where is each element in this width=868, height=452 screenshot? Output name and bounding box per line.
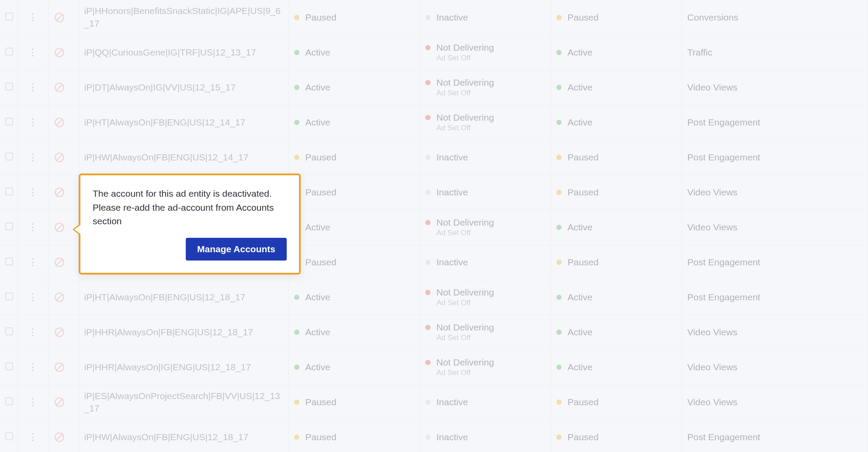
- row-checkbox[interactable]: [5, 188, 13, 195]
- status-dot-icon: [556, 260, 562, 265]
- campaign-name[interactable]: iP|HT|AlwaysOn|FB|ENG|US|12_18_17: [84, 291, 283, 303]
- table-row[interactable]: ⋮ iP|HHonors|BenefitsSnackStatic|IG|APE|…: [0, 0, 868, 35]
- block-icon[interactable]: [54, 12, 73, 23]
- delivery-status: Not Delivering: [437, 77, 494, 88]
- campaign-name[interactable]: iP|DT|AlwaysOn|IG|VV|US|12_15_17: [84, 81, 283, 94]
- campaign-name[interactable]: iP|HHonors|BenefitsSnackStatic|IG|APE|US…: [84, 5, 283, 30]
- campaign-name[interactable]: iP|HHR|AlwaysOn|IG|ENG|US|12_18_17: [84, 361, 283, 373]
- campaign-status: Active: [306, 292, 330, 302]
- block-icon[interactable]: [54, 431, 73, 443]
- more-menu-icon[interactable]: ⋮: [28, 223, 38, 232]
- table-row[interactable]: ⋮ iP|HT|AlwaysOn|FB|ENG|US|12_14_17 Acti…: [0, 105, 868, 140]
- table-row[interactable]: ⋮ iP|HHR|AlwaysOn|FB|ENG|US|12_18_17 Act…: [0, 315, 868, 350]
- objective: Post Engagement: [687, 432, 760, 442]
- more-menu-icon[interactable]: ⋮: [28, 292, 38, 302]
- campaign-name[interactable]: iP|HHR|AlwaysOn|FB|ENG|US|12_18_17: [84, 326, 283, 338]
- status-dot-icon: [294, 435, 299, 440]
- objective: Video Views: [687, 327, 738, 337]
- more-menu-icon[interactable]: ⋮: [28, 432, 38, 442]
- row-checkbox[interactable]: [5, 432, 13, 440]
- status-dot-icon: [294, 365, 299, 370]
- row-checkbox[interactable]: [5, 257, 13, 265]
- more-menu-icon[interactable]: ⋮: [28, 362, 38, 372]
- block-icon[interactable]: [54, 327, 73, 338]
- delivery-dot-icon: [425, 190, 431, 195]
- campaign-status: Paused: [306, 432, 337, 442]
- block-icon[interactable]: [54, 292, 73, 303]
- more-menu-icon[interactable]: ⋮: [28, 397, 38, 407]
- popover-message: The account for this ad entity is deacti…: [93, 187, 287, 228]
- campaign-status: Active: [306, 222, 330, 233]
- svg-line-25: [56, 435, 62, 440]
- delivery-status: Inactive: [437, 187, 468, 198]
- campaign-status: Paused: [306, 152, 337, 163]
- more-menu-icon[interactable]: ⋮: [28, 48, 38, 57]
- row-checkbox[interactable]: [5, 83, 13, 90]
- row-checkbox[interactable]: [5, 118, 13, 125]
- delivery-dot-icon: [425, 325, 431, 330]
- campaign-name[interactable]: iP|HW|AlwaysOn|FB|ENG|US|12_18_17: [84, 431, 283, 443]
- table-row[interactable]: ⋮ iP|HHR|AlwaysOn|IG|ENG|US|12_18_17 Act…: [0, 350, 868, 385]
- objective: Video Views: [687, 397, 738, 407]
- svg-line-9: [56, 155, 62, 160]
- delivery-substatus: Ad Set Off: [437, 124, 545, 132]
- more-menu-icon[interactable]: ⋮: [28, 13, 38, 22]
- block-icon[interactable]: [54, 117, 73, 128]
- row-checkbox[interactable]: [5, 223, 13, 230]
- campaign-name[interactable]: iP|QQ|CuriousGene|IG|TRF|US|12_13_17: [84, 46, 283, 59]
- popover-arrow-icon: [73, 223, 80, 236]
- delivery-substatus: Ad Set Off: [437, 54, 545, 63]
- campaign-status: Paused: [306, 187, 337, 198]
- table-row[interactable]: ⋮ iP|HW|AlwaysOn|FB|ENG|US|12_18_17 Paus…: [0, 420, 868, 452]
- table-row[interactable]: ⋮ iP|HT|AlwaysOn|FB|ENG|US|12_18_17 Acti…: [0, 280, 868, 315]
- status-dot-icon: [294, 330, 299, 335]
- status-dot-icon: [556, 365, 562, 370]
- table-row[interactable]: ⋮ iP|ES|AlwaysOnProjectSearch|FB|VV|US|1…: [0, 385, 868, 420]
- block-icon[interactable]: [54, 396, 73, 408]
- table-row[interactable]: ⋮ iP|QQ|CuriousGene|IG|TRF|US|12_13_17 A…: [0, 35, 868, 70]
- status-dot-icon: [556, 120, 562, 125]
- block-icon[interactable]: [54, 47, 73, 58]
- status-dot-icon: [556, 50, 562, 55]
- row-checkbox[interactable]: [5, 48, 13, 56]
- more-menu-icon[interactable]: ⋮: [28, 188, 38, 197]
- more-menu-icon[interactable]: ⋮: [28, 327, 38, 337]
- table-row[interactable]: ⋮ iP|DT|AlwaysOn|IG|VV|US|12_15_17 Activ…: [0, 70, 868, 105]
- status-dot-icon: [294, 85, 299, 90]
- campaign-name[interactable]: iP|HW|AlwaysOn|FB|ENG|US|12_14_17: [84, 151, 283, 163]
- adset-status: Paused: [568, 257, 599, 268]
- svg-line-23: [56, 400, 62, 405]
- campaign-name[interactable]: iP|HT|AlwaysOn|FB|ENG|US|12_14_17: [84, 116, 283, 129]
- manage-accounts-button[interactable]: Manage Accounts: [186, 238, 287, 261]
- row-checkbox[interactable]: [5, 362, 13, 370]
- row-checkbox[interactable]: [5, 292, 13, 300]
- table-row[interactable]: ⋮ iP|HW|AlwaysOn|FB|ENG|US|12_14_17 Paus…: [0, 140, 868, 175]
- row-checkbox[interactable]: [5, 153, 13, 160]
- delivery-status: Inactive: [437, 12, 468, 23]
- row-checkbox[interactable]: [5, 397, 13, 405]
- block-icon[interactable]: [54, 152, 73, 163]
- block-icon[interactable]: [54, 187, 73, 198]
- status-dot-icon: [556, 225, 562, 230]
- more-menu-icon[interactable]: ⋮: [28, 153, 38, 162]
- more-menu-icon[interactable]: ⋮: [28, 83, 38, 92]
- campaign-status: Paused: [306, 397, 337, 407]
- delivery-status: Not Delivering: [437, 42, 494, 53]
- campaign-status: Active: [306, 47, 330, 58]
- block-icon[interactable]: [54, 222, 73, 233]
- block-icon[interactable]: [54, 82, 73, 93]
- adset-status: Paused: [568, 397, 599, 407]
- block-icon[interactable]: [54, 257, 73, 268]
- svg-line-7: [56, 120, 62, 125]
- status-dot-icon: [556, 400, 562, 405]
- svg-line-1: [56, 14, 62, 20]
- adset-status: Paused: [568, 12, 599, 23]
- more-menu-icon[interactable]: ⋮: [28, 118, 38, 127]
- campaign-name[interactable]: iP|ES|AlwaysOnProjectSearch|FB|VV|US|12_…: [84, 390, 283, 415]
- block-icon[interactable]: [54, 362, 73, 373]
- more-menu-icon[interactable]: ⋮: [28, 257, 38, 267]
- row-checkbox[interactable]: [5, 13, 13, 21]
- delivery-dot-icon: [425, 115, 431, 120]
- row-checkbox[interactable]: [5, 327, 13, 335]
- delivery-dot-icon: [425, 360, 431, 365]
